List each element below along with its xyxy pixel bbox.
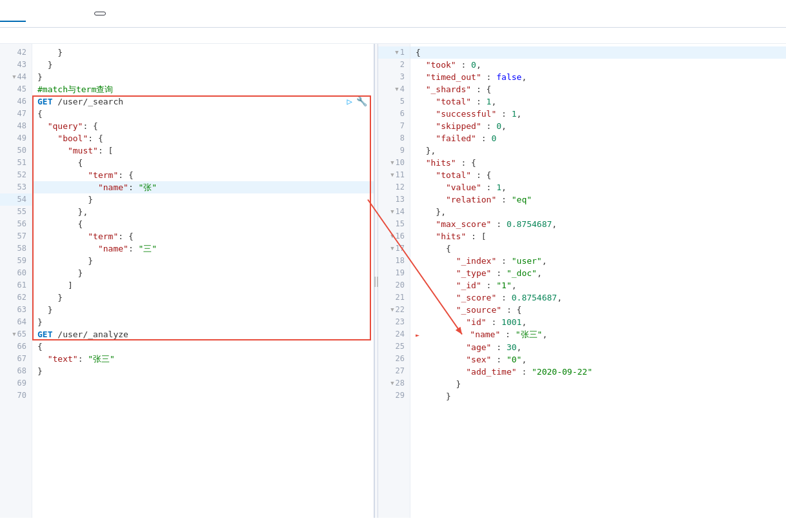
sub-nav-settings[interactable] <box>15 32 36 39</box>
right-line-num-24: ▶24 <box>378 328 410 340</box>
left-line-num-43: ▶43 <box>0 59 32 71</box>
right-line-num-14: ▼14 <box>378 206 410 218</box>
left-code-line-55: } <box>32 193 374 206</box>
right-code-line-1: { <box>410 46 786 59</box>
left-line-num-50: ▶50 <box>0 144 32 157</box>
right-code-line-29: } <box>410 390 786 402</box>
right-line-num-21: ▶21 <box>378 291 410 304</box>
right-line-num-10: ▼10 <box>378 157 410 169</box>
right-line-num-3: ▶3 <box>378 71 410 83</box>
left-code-line-65: } <box>32 316 374 328</box>
right-line-num-12: ▶12 <box>378 181 410 193</box>
right-code-line-18: "_index" : "user", <box>410 255 786 267</box>
right-code-line-2: "took" : 0, <box>410 59 786 71</box>
left-code-line-57: { <box>32 218 374 230</box>
right-code-line-12: "value" : 1, <box>410 181 786 193</box>
right-line-num-1: ▼1 <box>378 46 410 59</box>
left-code-line-61: } <box>32 267 374 279</box>
left-line-num-49: ▶49 <box>0 132 32 144</box>
main-area: ▶42▶43▼44▶45▶46▶47▶48▶49▶50▶51▶52▶53▶54▶… <box>0 44 786 518</box>
line-numbers: ▶42▶43▼44▶45▶46▶47▶48▶49▶50▶51▶52▶53▶54▶… <box>0 44 32 518</box>
sub-nav <box>0 28 786 44</box>
tab-console[interactable] <box>0 5 26 22</box>
sub-nav-help[interactable] <box>36 32 57 39</box>
beta-badge <box>94 12 106 15</box>
right-code-line-28: } <box>410 378 786 390</box>
right-line-num-11: ▼11 <box>378 169 410 181</box>
tab-painless-lab[interactable] <box>77 0 119 27</box>
left-code-line-62: ] <box>32 279 374 291</box>
right-code-line-10: "hits" : { <box>410 157 786 169</box>
right-code-line-11: "total" : { <box>410 169 786 181</box>
right-code-line-22: "_source" : { <box>410 304 786 316</box>
right-code-line-6: "successful" : 1, <box>410 108 786 120</box>
right-code-content[interactable]: { "took" : 0, "timed_out" : false, "_sha… <box>410 44 786 518</box>
left-line-num-58: ▶58 <box>0 242 32 255</box>
right-line-numbers: ▼1▶2▶3▼4▶5▶6▶7▶8▶9▼10▼11▶12▶13▼14▶15▼16▼… <box>378 44 410 518</box>
code-content[interactable]: } }}#match与term查询GET /user/_search ▷ 🔧 {… <box>32 44 374 518</box>
right-line-num-8: ▶8 <box>378 132 410 144</box>
left-line-num-47: ▶47 <box>0 108 32 120</box>
left-code-line-58: "term": { <box>32 230 374 242</box>
sub-nav-history[interactable] <box>0 32 15 39</box>
left-line-num-60: ▶60 <box>0 267 32 279</box>
right-code-line-3: "timed_out" : false, <box>410 71 786 83</box>
left-line-num-53: ▶53 <box>0 181 32 193</box>
right-code-line-19: "_type" : "_doc", <box>410 267 786 279</box>
left-line-num-70: ▶70 <box>0 389 32 402</box>
action-icons: ▷ 🔧 <box>347 95 367 108</box>
right-code-line-5: "total" : 1, <box>410 95 786 108</box>
right-line-num-25: ▶25 <box>378 340 410 353</box>
right-line-num-15: ▶15 <box>378 218 410 230</box>
left-line-num-61: ▶61 <box>0 279 32 291</box>
right-code-line-23: "id" : 1001, <box>410 316 786 328</box>
right-code-line-27: "add_time" : "2020-09-22" <box>410 366 786 378</box>
right-code-line-16: "hits" : [ <box>410 230 786 242</box>
right-code-line-25: "age" : 30, <box>410 341 786 353</box>
right-line-num-6: ▶6 <box>378 108 410 120</box>
left-line-num-48: ▶48 <box>0 120 32 132</box>
tab-grok-debugger[interactable] <box>52 5 77 22</box>
right-line-num-2: ▶2 <box>378 59 410 71</box>
wrench-icon[interactable]: 🔧 <box>356 95 367 108</box>
left-code-line-68: { <box>32 340 374 353</box>
left-line-num-65: ▼65 <box>0 328 32 340</box>
left-line-num-69: ▶69 <box>0 377 32 389</box>
right-code-line-24: ► "name" : "张三", <box>410 328 786 341</box>
left-panel: ▶42▶43▼44▶45▶46▶47▶48▶49▶50▶51▶52▶53▶54▶… <box>0 44 374 518</box>
right-line-num-29: ▶29 <box>378 389 410 402</box>
right-line-num-4: ▼4 <box>378 83 410 95</box>
left-code-line-67: GET /user/_analyze <box>32 328 374 340</box>
left-line-num-68: ▶68 <box>0 365 32 377</box>
run-icon[interactable]: ▷ <box>347 95 352 108</box>
panel-divider[interactable]: ‖ <box>374 44 378 518</box>
left-code-line-53: "term": { <box>32 169 374 181</box>
top-nav <box>0 0 786 28</box>
right-line-num-22: ▼22 <box>378 304 410 316</box>
red-arrow-marker: ► <box>416 331 419 339</box>
right-editor[interactable]: ▼1▶2▶3▼4▶5▶6▶7▶8▶9▼10▼11▶12▶13▼14▶15▼16▼… <box>378 44 786 518</box>
left-code-line-64: } <box>32 304 374 316</box>
right-line-num-17: ▼17 <box>378 242 410 255</box>
right-line-num-23: ▶23 <box>378 316 410 328</box>
left-line-num-62: ▶62 <box>0 291 32 304</box>
left-line-num-66: ▶66 <box>0 340 32 353</box>
left-line-num-55: ▶55 <box>0 206 32 218</box>
tab-search-profiler[interactable] <box>26 5 52 22</box>
left-line-num-57: ▶57 <box>0 230 32 242</box>
right-code-line-14: }, <box>410 206 786 218</box>
left-code-line-48: { <box>32 108 374 120</box>
left-line-num-54: ▶54 <box>0 193 32 206</box>
right-code-line-21: "_score" : 0.8754687, <box>410 291 786 304</box>
left-line-num-42: ▶42 <box>0 46 32 59</box>
right-line-num-7: ▶7 <box>378 120 410 132</box>
right-line-num-20: ▶20 <box>378 279 410 291</box>
left-line-num-46: ▶46 <box>0 95 32 108</box>
left-code-line-63: } <box>32 291 374 304</box>
right-code-line-9: }, <box>410 144 786 157</box>
left-code-line-60: } <box>32 255 374 267</box>
left-code-line-54: "name": "张" <box>32 181 374 193</box>
divider-handle-icon: ‖ <box>373 275 379 287</box>
left-code-line-46: #match与term查询 <box>32 83 374 95</box>
right-code-line-17: { <box>410 242 786 255</box>
